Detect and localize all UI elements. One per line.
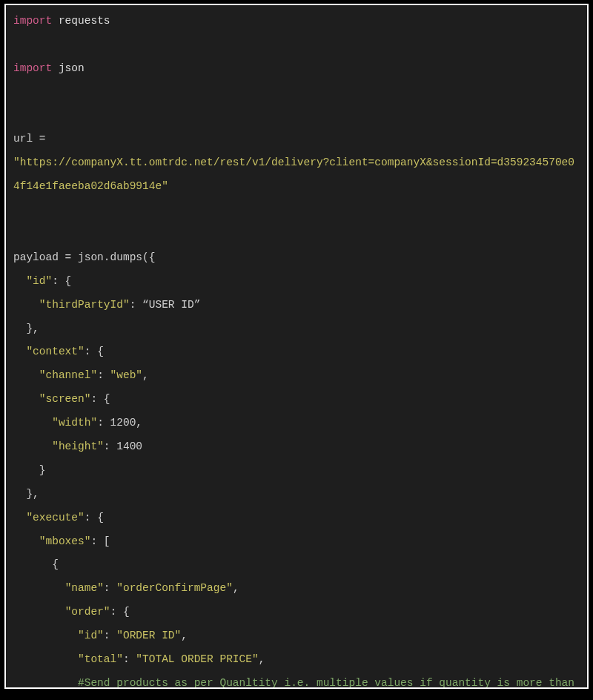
code-line: "context": { (13, 340, 580, 364)
code-line: "execute": { (13, 506, 580, 530)
json-value: "web" (110, 369, 143, 381)
json-key: "context" (26, 346, 84, 357)
module-name: json (52, 62, 85, 74)
code-line: payload = json.dumps({ (13, 246, 580, 270)
code-line (13, 199, 580, 222)
json-value: "orderConfirmPage" (116, 582, 233, 594)
json-key: "channel" (39, 369, 97, 381)
code-line (13, 222, 580, 246)
code-line: "total": "TOTAL ORDER PRICE", (13, 648, 580, 672)
code-line: "order": { (13, 601, 580, 624)
json-key: "screen" (39, 393, 91, 405)
json-key: "execute" (26, 512, 84, 524)
code-line: } (13, 459, 580, 483)
json-key: "total" (78, 653, 123, 665)
code-line: "id": { (13, 270, 580, 294)
code-line: "height": 1400 (13, 435, 580, 459)
code-line: #Send products as per Quanltity i.e. mul… (13, 672, 580, 689)
code-line: "name": "orderConfirmPage", (13, 577, 580, 601)
code-line: }, (13, 317, 580, 341)
json-key: "id" (26, 275, 52, 287)
code-line: url = (13, 128, 580, 151)
code-line: import requests (13, 10, 580, 33)
json-key: "height" (52, 440, 104, 452)
comment: #Send products as per Quanltity i.e. mul… (13, 677, 581, 689)
code-line: "width": 1200, (13, 412, 580, 435)
json-value: "TOTAL ORDER PRICE" (136, 653, 258, 665)
code-line-string: "https://companyX.tt.omtrdc.net/rest/v1/… (13, 151, 580, 199)
code-line: import json (13, 57, 580, 81)
code-line: }, (13, 483, 580, 506)
code-line (13, 81, 580, 105)
json-key: "name" (65, 582, 104, 594)
module-name: requests (52, 15, 110, 27)
code-line: "screen": { (13, 388, 580, 412)
keyword-import: import (13, 15, 52, 27)
json-key: "mboxes" (39, 535, 91, 547)
code-line: "id": "ORDER ID", (13, 624, 580, 648)
code-line (13, 105, 580, 128)
code-line: "channel": "web", (13, 364, 580, 388)
code-line: "mboxes": [ (13, 530, 580, 554)
json-key: "width" (52, 417, 97, 429)
json-key: "thirdPartyId" (39, 299, 130, 311)
code-block: import requests import json url = "https… (4, 4, 589, 689)
json-key: "id" (78, 630, 104, 641)
json-value: "ORDER ID" (116, 630, 181, 641)
json-key: "order" (65, 606, 110, 618)
code-line: { (13, 553, 580, 577)
code-line (13, 33, 580, 57)
keyword-import: import (13, 62, 52, 74)
code-line: "thirdPartyId": “USER ID” (13, 294, 580, 317)
